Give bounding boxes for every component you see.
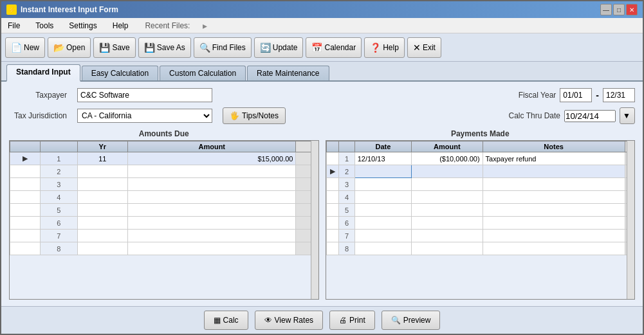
table-row[interactable]: 5 <box>326 204 634 217</box>
table-row[interactable]: 6 <box>10 217 318 230</box>
date-cell[interactable] <box>354 204 411 217</box>
exit-button[interactable]: ✕ Exit <box>407 37 441 58</box>
menu-tools[interactable]: Tools <box>32 20 57 32</box>
amounts-indicator-col <box>10 141 41 152</box>
calendar-picker-button[interactable]: ▼ <box>620 107 635 124</box>
payment-amount-cell[interactable] <box>412 217 483 230</box>
payment-amount-cell[interactable] <box>412 191 483 204</box>
fiscal-year-from-input[interactable] <box>560 88 592 102</box>
row-indicator <box>326 242 339 255</box>
amount-cell[interactable] <box>128 178 296 191</box>
row-indicator <box>10 217 41 230</box>
calc-thru-input[interactable] <box>564 110 616 122</box>
yr-cell[interactable] <box>77 230 127 242</box>
close-button[interactable]: ✕ <box>626 4 638 15</box>
taxpayer-row: Taxpayer Fiscal Year - <box>9 88 635 102</box>
notes-cell[interactable] <box>483 217 625 230</box>
payment-amount-cell[interactable] <box>412 230 483 242</box>
yr-cell[interactable] <box>77 242 127 255</box>
payment-amount-cell[interactable] <box>412 178 483 191</box>
preview-button[interactable]: 🔍 Preview <box>382 311 441 330</box>
table-row[interactable]: 5 <box>10 204 318 217</box>
table-row[interactable]: ▶ 1 11 $15,000.00 <box>10 152 318 165</box>
amount-cell[interactable] <box>128 191 296 204</box>
amount-cell[interactable] <box>128 230 296 242</box>
tips-notes-button[interactable]: 🖐 Tips/Notes <box>223 107 286 124</box>
exit-icon: ✕ <box>413 42 421 53</box>
table-row[interactable]: 7 <box>326 230 634 242</box>
yr-cell[interactable] <box>77 178 127 191</box>
maximize-button[interactable]: □ <box>613 4 625 15</box>
save-button[interactable]: 💾 Save <box>93 37 135 58</box>
calendar-button[interactable]: 📅 Calendar <box>306 37 362 58</box>
row-number: 8 <box>339 242 354 255</box>
amounts-scrollbar[interactable] <box>311 141 318 299</box>
table-row[interactable]: 4 <box>326 191 634 204</box>
date-cell[interactable] <box>354 191 411 204</box>
amount-cell[interactable] <box>128 204 296 217</box>
payment-amount-cell[interactable]: ($10,000.00) <box>412 152 483 165</box>
menu-settings[interactable]: Settings <box>65 20 100 32</box>
help-button[interactable]: ❓ Help <box>364 37 405 58</box>
date-cell[interactable]: 12/10/13 <box>354 152 411 165</box>
date-cell[interactable] <box>354 178 411 191</box>
yr-cell[interactable] <box>77 217 127 230</box>
minimize-button[interactable]: — <box>600 4 612 15</box>
table-row[interactable]: 6 <box>326 217 634 230</box>
tab-custom-calculation[interactable]: Custom Calculation <box>160 66 246 80</box>
notes-cell[interactable] <box>483 191 625 204</box>
update-button[interactable]: 🔄 Update <box>254 37 304 58</box>
calc-button[interactable]: ▦ Calc <box>204 311 248 330</box>
payment-amount-cell[interactable] <box>412 165 483 178</box>
notes-cell[interactable] <box>483 230 625 242</box>
tab-rate-maintenance[interactable]: Rate Maintenance <box>247 66 329 80</box>
find-files-button[interactable]: 🔍 Find Files <box>194 37 252 58</box>
amount-cell[interactable] <box>128 217 296 230</box>
table-row[interactable]: 3 <box>10 178 318 191</box>
tips-notes-label: Tips/Notes <box>242 111 279 120</box>
table-row[interactable]: ▶ 2 <box>326 165 634 178</box>
jurisdiction-select[interactable]: CA - California <box>77 109 212 123</box>
tab-easy-calculation[interactable]: Easy Calculation <box>82 66 158 80</box>
table-row[interactable]: 8 <box>10 242 318 255</box>
amount-cell[interactable] <box>128 165 296 178</box>
yr-cell[interactable]: 11 <box>77 152 127 165</box>
print-button[interactable]: 🖨 Print <box>329 311 375 330</box>
tab-rate-maintenance-label: Rate Maintenance <box>257 69 319 78</box>
menu-help[interactable]: Help <box>109 20 133 32</box>
payments-date-header: Date <box>354 141 411 152</box>
taxpayer-label: Taxpayer <box>9 91 67 100</box>
table-row[interactable]: 8 <box>326 242 634 255</box>
notes-cell[interactable]: Taxpayer refund <box>483 152 625 165</box>
notes-cell[interactable] <box>483 242 625 255</box>
yr-cell[interactable] <box>77 204 127 217</box>
taxpayer-input[interactable] <box>77 88 212 102</box>
date-cell[interactable] <box>354 217 411 230</box>
notes-cell[interactable] <box>483 178 625 191</box>
date-cell[interactable] <box>354 165 411 178</box>
table-row[interactable]: 4 <box>10 191 318 204</box>
view-rates-button[interactable]: 👁 View Rates <box>255 311 323 330</box>
table-row[interactable]: 7 <box>10 230 318 242</box>
table-row[interactable]: 3 <box>326 178 634 191</box>
notes-cell[interactable] <box>483 204 625 217</box>
save-as-button[interactable]: 💾 Save As <box>138 37 191 58</box>
amount-cell[interactable]: $15,000.00 <box>128 152 296 165</box>
new-button[interactable]: 📄 New <box>5 37 45 58</box>
notes-cell[interactable] <box>483 165 625 178</box>
menu-file[interactable]: File <box>4 20 24 32</box>
recent-files-dropdown[interactable]: ▸ <box>203 21 207 31</box>
open-button[interactable]: 📂 Open <box>48 37 91 58</box>
payment-amount-cell[interactable] <box>412 204 483 217</box>
yr-cell[interactable] <box>77 165 127 178</box>
table-row[interactable]: 1 12/10/13 ($10,000.00) Taxpayer refund <box>326 152 634 165</box>
payment-amount-cell[interactable] <box>412 242 483 255</box>
date-cell[interactable] <box>354 242 411 255</box>
fiscal-year-to-input[interactable] <box>603 88 635 102</box>
yr-cell[interactable] <box>77 191 127 204</box>
tab-standard-input[interactable]: Standard Input <box>6 64 80 82</box>
amount-cell[interactable] <box>128 242 296 255</box>
table-row[interactable]: 2 <box>10 165 318 178</box>
date-cell[interactable] <box>354 230 411 242</box>
payments-scrollbar[interactable] <box>627 141 634 299</box>
